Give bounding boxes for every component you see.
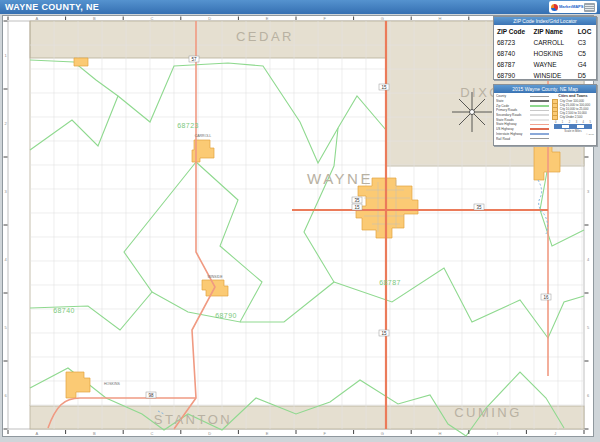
col-zip-name: ZIP Name: [533, 26, 577, 37]
shield-35-east: 35: [474, 204, 484, 210]
grid-letter: E: [266, 431, 269, 436]
zip-label-68740: 68740: [53, 307, 74, 314]
grid-letter: J: [554, 431, 556, 436]
grid-letter: B: [93, 431, 96, 436]
town-swatch: [552, 115, 558, 120]
scale-tick: 0: [555, 121, 556, 124]
loc-value: C3: [578, 37, 593, 48]
brand-logo: MarketMAPS: [549, 1, 597, 13]
grid-letter: B: [93, 16, 96, 21]
table-row: 68787 WAYNE G4: [497, 59, 593, 70]
legend-line-sample: [530, 100, 549, 102]
legend-line-sample: [530, 110, 549, 112]
county-label-cuming: CUMING: [454, 405, 522, 420]
shield-number: 15: [354, 205, 360, 210]
grid-letter: A: [35, 16, 38, 21]
town-area-small: [74, 58, 88, 66]
town-label-carroll: CARROLL: [195, 134, 212, 138]
zip-label-68787: 68787: [379, 279, 400, 286]
scale-tick: 4: [583, 121, 584, 124]
legend-label: Primary Roads: [496, 108, 530, 112]
zip-label-68790: 68790: [215, 312, 236, 319]
shield-number: 35: [476, 205, 482, 210]
loc-value: D5: [578, 70, 593, 81]
zip-index-table: ZIP Code ZIP Name LOC 68723 CARROLL C3 6…: [494, 25, 596, 82]
table-row: 68723 CARROLL C3: [497, 37, 593, 48]
name-value: WAYNE: [533, 59, 577, 70]
legend-label: State Roads: [496, 118, 530, 122]
legend-label: Secondary Roads: [496, 113, 530, 117]
zip-value: 68723: [497, 37, 533, 48]
logo-gray-box: [584, 3, 595, 12]
shield-98: 98: [146, 392, 156, 398]
zip-value: 68740: [497, 48, 533, 59]
county-label-wayne: WAYNE: [307, 170, 373, 187]
logo-swirl-icon: [551, 4, 558, 11]
legend-line-sample: [530, 119, 549, 121]
legend-cities-column: Cities and Towns City Over 100,000 City …: [552, 94, 594, 141]
grid-letter: A: [35, 431, 38, 436]
grid-letter: E: [266, 16, 269, 21]
legend-line-samples: County State Zip Code Primary Roads Seco…: [496, 94, 552, 141]
city-size-label: City Under 2,500: [560, 115, 583, 119]
legend-line-sample: [530, 105, 549, 107]
logo-brand-text: MarketMAPS: [559, 5, 583, 9]
grid-letter: G: [381, 431, 384, 436]
scale-tick: 1: [562, 121, 563, 124]
page-title: WAYNE COUNTY, NE: [5, 0, 99, 14]
shield-15-south: 15: [379, 330, 389, 336]
zip-value: 68790: [497, 70, 533, 81]
legend-box: 2015 Wayne County, NE Map County State Z…: [493, 84, 597, 146]
county-label-stanton: STANTON: [154, 412, 232, 427]
shield-number: 98: [148, 393, 154, 398]
town-label-hoskins: HOSKINS: [104, 382, 120, 386]
legend-line-sample: [530, 138, 549, 140]
grid-letter: C: [151, 16, 154, 21]
legend-label: Rail Road: [496, 137, 530, 141]
grid-letter: G: [381, 16, 384, 21]
name-value: WINSIDE: [533, 70, 577, 81]
legend-body: County State Zip Code Primary Roads Seco…: [494, 93, 596, 142]
county-label-cedar: CEDAR: [236, 29, 294, 44]
legend-label: State: [496, 99, 530, 103]
shield-number: 57: [191, 57, 197, 62]
scale-tick: 5: [589, 121, 590, 124]
name-value: HOSKINS: [533, 48, 577, 59]
shield-number: 15: [381, 85, 387, 90]
table-row: 68790 WINSIDE D5: [497, 70, 593, 81]
loc-value: C5: [578, 48, 593, 59]
zip-index-header: ZIP Code Index/Grid Locator: [494, 17, 596, 25]
legend-line-sample: [530, 128, 549, 130]
legend-line-sample: [530, 114, 549, 116]
zip-table-header-row: ZIP Code ZIP Name LOC: [497, 26, 593, 37]
legend-label: State Highway: [496, 122, 530, 126]
shield-57: 57: [189, 56, 199, 62]
legend-header: 2015 Wayne County, NE Map: [494, 85, 596, 93]
name-value: CARROLL: [533, 37, 577, 48]
legend-label: Zip Code: [496, 104, 530, 108]
scale-bar: 0 1 2 3 4 5 Scale in Miles © 2015: [552, 121, 594, 136]
loc-value: G4: [578, 59, 593, 70]
shield-number: 16: [543, 295, 549, 300]
legend-line-sample: [530, 124, 549, 126]
copyright-text: © 2015: [552, 133, 594, 136]
grid-letter: D: [208, 431, 211, 436]
map-window: CEDAR DIXON WAYNE STANTON CUMING 68723 6…: [0, 0, 600, 442]
grid-letter: H: [439, 431, 442, 436]
col-zip-code: ZIP Code: [497, 26, 533, 37]
legend-item: Rail Road: [496, 136, 552, 141]
grid-letter: C: [151, 431, 154, 436]
grid-letter: D: [208, 16, 211, 21]
shield-15-north: 15: [379, 84, 389, 90]
title-bar: WAYNE COUNTY, NE MarketMAPS: [0, 0, 600, 14]
grid-letter: H: [439, 16, 442, 21]
zip-label-68723: 68723: [177, 122, 198, 129]
legend-label: US Highway: [496, 127, 530, 131]
legend-label: Interstate Highway: [496, 132, 530, 136]
zip-value: 68787: [497, 59, 533, 70]
legend-label: County: [496, 94, 530, 98]
shield-number: 35: [354, 198, 360, 203]
shield-35: 35: [352, 197, 362, 203]
zip-index-box: ZIP Code Index/Grid Locator ZIP Code ZIP…: [493, 16, 597, 80]
shield-16: 16: [541, 294, 551, 300]
